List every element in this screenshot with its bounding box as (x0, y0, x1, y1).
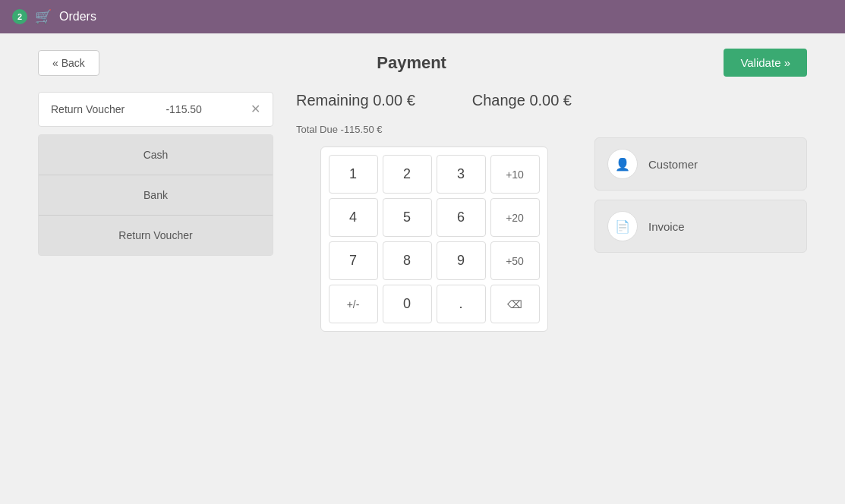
payment-line-amount: -115.50 (166, 103, 201, 115)
payment-line-label: Return Voucher (51, 103, 125, 115)
num-4-button[interactable]: 4 (329, 198, 378, 237)
num-0-button[interactable]: 0 (383, 285, 432, 323)
num-3-button[interactable]: 3 (437, 155, 486, 194)
cart-icon: 🛒 (35, 8, 52, 25)
main-content: « Back Payment Validate » Return Voucher… (0, 33, 845, 347)
invoice-button[interactable]: 📄 Invoice (594, 200, 807, 253)
back-button[interactable]: « Back (38, 50, 99, 76)
num-9-button[interactable]: 9 (437, 241, 486, 280)
summary-row: Remaining 0.00 € Change 0.00 € (288, 92, 579, 109)
num-5-button[interactable]: 5 (383, 198, 432, 237)
customer-button[interactable]: 👤 Customer (594, 137, 807, 191)
customer-label: Customer (648, 158, 698, 171)
center-panel: Remaining 0.00 € Change 0.00 € Total Due… (288, 92, 579, 332)
num-2-button[interactable]: 2 (383, 155, 432, 194)
validate-button[interactable]: Validate » (724, 49, 807, 77)
plus50-button[interactable]: +50 (490, 241, 540, 280)
orders-badge: 2 (12, 9, 27, 24)
bank-method-button[interactable]: Bank (39, 175, 273, 216)
num-1-button[interactable]: 1 (329, 155, 378, 194)
total-due: Total Due -115.50 € (288, 124, 579, 135)
num-8-button[interactable]: 8 (383, 241, 432, 280)
content-area: Return Voucher -115.50 ✕ Cash Bank Retur… (38, 92, 807, 332)
invoice-icon: 📄 (607, 211, 638, 241)
backspace-button[interactable]: ⌫ (490, 285, 540, 323)
plusminus-button[interactable]: +/- (329, 285, 378, 323)
num-7-button[interactable]: 7 (329, 241, 378, 280)
remaining-section: Remaining 0.00 € (296, 92, 415, 109)
invoice-label: Invoice (648, 220, 685, 233)
payment-methods-list: Cash Bank Return Voucher (38, 134, 273, 256)
plus20-button[interactable]: +20 (490, 198, 540, 237)
decimal-button[interactable]: . (437, 285, 486, 323)
cash-method-button[interactable]: Cash (39, 135, 273, 175)
right-panel: 👤 Customer 📄 Invoice (594, 92, 807, 332)
header: 2 🛒 Orders (0, 0, 845, 33)
num-6-button[interactable]: 6 (437, 198, 486, 237)
customer-icon: 👤 (607, 149, 638, 179)
numpad: 1 2 3 +10 4 5 6 +20 7 8 9 +50 +/- 0 . ⌫ (320, 146, 548, 332)
left-panel: Return Voucher -115.50 ✕ Cash Bank Retur… (38, 92, 273, 332)
payment-line-item: Return Voucher -115.50 ✕ (38, 92, 273, 127)
remaining-amount: Remaining 0.00 € (296, 92, 415, 109)
return-voucher-method-button[interactable]: Return Voucher (39, 216, 273, 255)
topbar: « Back Payment Validate » (38, 49, 807, 77)
header-title: Orders (59, 10, 96, 24)
page-title: Payment (377, 53, 446, 73)
change-amount: Change 0.00 € (472, 92, 572, 109)
plus10-button[interactable]: +10 (490, 155, 540, 194)
change-section: Change 0.00 € (472, 92, 572, 109)
remove-payment-line-button[interactable]: ✕ (251, 103, 260, 115)
